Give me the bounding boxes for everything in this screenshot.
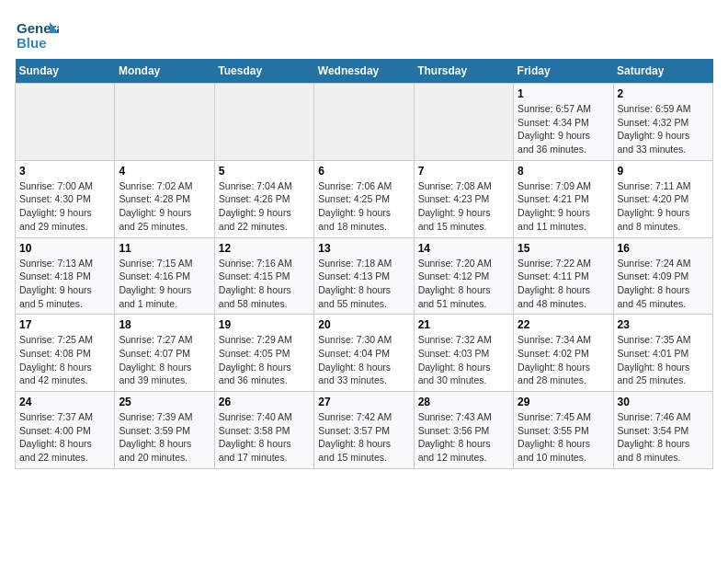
calendar-cell: 29Sunrise: 7:45 AM Sunset: 3:55 PM Dayli… [514, 392, 613, 469]
day-info: Sunrise: 7:35 AM Sunset: 4:01 PM Dayligh… [618, 333, 709, 387]
calendar-cell: 25Sunrise: 7:39 AM Sunset: 3:59 PM Dayli… [115, 392, 214, 469]
calendar-cell [214, 84, 313, 161]
day-info: Sunrise: 7:02 AM Sunset: 4:28 PM Dayligh… [119, 179, 210, 234]
day-number: 8 [518, 165, 609, 178]
day-info: Sunrise: 7:08 AM Sunset: 4:23 PM Dayligh… [418, 179, 509, 234]
day-number: 2 [618, 87, 709, 100]
day-number: 24 [19, 396, 110, 408]
calendar-cell: 24Sunrise: 7:37 AM Sunset: 4:00 PM Dayli… [16, 392, 115, 469]
day-info: Sunrise: 7:04 AM Sunset: 4:26 PM Dayligh… [219, 179, 310, 234]
day-info: Sunrise: 7:37 AM Sunset: 4:00 PM Dayligh… [19, 410, 110, 465]
calendar-cell: 20Sunrise: 7:30 AM Sunset: 4:04 PM Dayli… [314, 315, 414, 392]
calendar-week-row: 17Sunrise: 7:25 AM Sunset: 4:08 PM Dayli… [16, 315, 713, 392]
day-info: Sunrise: 7:06 AM Sunset: 4:25 PM Dayligh… [318, 179, 409, 234]
day-info: Sunrise: 7:39 AM Sunset: 3:59 PM Dayligh… [119, 410, 210, 465]
day-info: Sunrise: 7:30 AM Sunset: 4:04 PM Dayligh… [318, 333, 409, 387]
day-number: 7 [418, 165, 509, 178]
calendar-cell: 5Sunrise: 7:04 AM Sunset: 4:26 PM Daylig… [214, 160, 313, 237]
calendar-cell: 17Sunrise: 7:25 AM Sunset: 4:08 PM Dayli… [16, 315, 115, 392]
day-number: 9 [618, 165, 709, 178]
day-number: 1 [518, 87, 609, 100]
calendar-cell: 7Sunrise: 7:08 AM Sunset: 4:23 PM Daylig… [414, 160, 513, 237]
calendar-cell: 15Sunrise: 7:22 AM Sunset: 4:11 PM Dayli… [514, 237, 613, 315]
day-number: 22 [518, 318, 609, 331]
day-number: 19 [219, 318, 310, 331]
day-of-week-header: Tuesday [214, 59, 313, 84]
day-of-week-header: Saturday [613, 59, 712, 84]
day-number: 29 [518, 396, 609, 408]
day-number: 30 [618, 396, 709, 408]
calendar-cell: 10Sunrise: 7:13 AM Sunset: 4:18 PM Dayli… [16, 237, 115, 315]
day-info: Sunrise: 7:46 AM Sunset: 3:54 PM Dayligh… [618, 410, 709, 465]
calendar-cell: 11Sunrise: 7:15 AM Sunset: 4:16 PM Dayli… [115, 237, 214, 315]
page-header: General Blue [15, 15, 713, 52]
calendar-week-row: 3Sunrise: 7:00 AM Sunset: 4:30 PM Daylig… [16, 160, 713, 237]
logo: General Blue [15, 15, 63, 52]
calendar-table: SundayMondayTuesdayWednesdayThursdayFrid… [15, 59, 713, 469]
calendar-cell: 22Sunrise: 7:34 AM Sunset: 4:02 PM Dayli… [514, 315, 613, 392]
day-number: 14 [418, 242, 509, 255]
calendar-cell [314, 84, 414, 161]
day-number: 3 [19, 165, 110, 178]
calendar-cell: 16Sunrise: 7:24 AM Sunset: 4:09 PM Dayli… [613, 237, 712, 315]
day-info: Sunrise: 7:43 AM Sunset: 3:56 PM Dayligh… [418, 410, 509, 465]
day-of-week-header: Monday [115, 59, 214, 84]
day-number: 26 [219, 396, 310, 408]
day-of-week-header: Wednesday [314, 59, 414, 84]
day-number: 5 [219, 165, 310, 178]
calendar-week-row: 10Sunrise: 7:13 AM Sunset: 4:18 PM Dayli… [16, 237, 713, 315]
calendar-body: 1Sunrise: 6:57 AM Sunset: 4:34 PM Daylig… [16, 84, 713, 469]
calendar-cell: 2Sunrise: 6:59 AM Sunset: 4:32 PM Daylig… [613, 84, 712, 161]
calendar-cell: 30Sunrise: 7:46 AM Sunset: 3:54 PM Dayli… [613, 392, 712, 469]
calendar-cell: 21Sunrise: 7:32 AM Sunset: 4:03 PM Dayli… [414, 315, 513, 392]
calendar-cell: 13Sunrise: 7:18 AM Sunset: 4:13 PM Dayli… [314, 237, 414, 315]
day-number: 11 [119, 242, 210, 255]
calendar-cell: 28Sunrise: 7:43 AM Sunset: 3:56 PM Dayli… [414, 392, 513, 469]
day-number: 20 [318, 318, 409, 331]
day-of-week-header: Thursday [414, 59, 513, 84]
calendar-cell: 19Sunrise: 7:29 AM Sunset: 4:05 PM Dayli… [214, 315, 313, 392]
day-number: 28 [418, 396, 509, 408]
day-info: Sunrise: 7:42 AM Sunset: 3:57 PM Dayligh… [318, 410, 409, 465]
calendar-cell: 3Sunrise: 7:00 AM Sunset: 4:30 PM Daylig… [16, 160, 115, 237]
day-number: 27 [318, 396, 409, 408]
calendar-cell: 9Sunrise: 7:11 AM Sunset: 4:20 PM Daylig… [613, 160, 712, 237]
day-number: 25 [119, 396, 210, 408]
day-number: 21 [418, 318, 509, 331]
calendar-cell [414, 84, 513, 161]
calendar-cell: 1Sunrise: 6:57 AM Sunset: 4:34 PM Daylig… [514, 84, 613, 161]
day-info: Sunrise: 7:18 AM Sunset: 4:13 PM Dayligh… [318, 257, 409, 311]
day-info: Sunrise: 6:57 AM Sunset: 4:34 PM Dayligh… [518, 102, 609, 156]
day-info: Sunrise: 7:32 AM Sunset: 4:03 PM Dayligh… [418, 333, 509, 387]
calendar-header-row: SundayMondayTuesdayWednesdayThursdayFrid… [16, 59, 713, 84]
day-info: Sunrise: 7:24 AM Sunset: 4:09 PM Dayligh… [618, 257, 709, 311]
svg-text:Blue: Blue [17, 35, 47, 51]
day-number: 18 [119, 318, 210, 331]
day-number: 10 [19, 242, 110, 255]
day-info: Sunrise: 7:29 AM Sunset: 4:05 PM Dayligh… [219, 333, 310, 387]
calendar-cell [115, 84, 214, 161]
day-number: 12 [219, 242, 310, 255]
day-info: Sunrise: 7:27 AM Sunset: 4:07 PM Dayligh… [119, 333, 210, 387]
day-number: 6 [318, 165, 409, 178]
day-info: Sunrise: 7:25 AM Sunset: 4:08 PM Dayligh… [19, 333, 110, 387]
calendar-cell: 18Sunrise: 7:27 AM Sunset: 4:07 PM Dayli… [115, 315, 214, 392]
day-of-week-header: Sunday [16, 59, 115, 84]
day-number: 23 [618, 318, 709, 331]
calendar-cell: 14Sunrise: 7:20 AM Sunset: 4:12 PM Dayli… [414, 237, 513, 315]
calendar-cell: 27Sunrise: 7:42 AM Sunset: 3:57 PM Dayli… [314, 392, 414, 469]
day-info: Sunrise: 7:40 AM Sunset: 3:58 PM Dayligh… [219, 410, 310, 465]
calendar-cell [16, 84, 115, 161]
day-of-week-header: Friday [514, 59, 613, 84]
day-info: Sunrise: 7:11 AM Sunset: 4:20 PM Dayligh… [618, 179, 709, 234]
logo-icon: General Blue [15, 15, 59, 52]
day-info: Sunrise: 7:45 AM Sunset: 3:55 PM Dayligh… [518, 410, 609, 465]
day-info: Sunrise: 7:20 AM Sunset: 4:12 PM Dayligh… [418, 257, 509, 311]
calendar-week-row: 24Sunrise: 7:37 AM Sunset: 4:00 PM Dayli… [16, 392, 713, 469]
calendar-cell: 12Sunrise: 7:16 AM Sunset: 4:15 PM Dayli… [214, 237, 313, 315]
calendar-cell: 6Sunrise: 7:06 AM Sunset: 4:25 PM Daylig… [314, 160, 414, 237]
day-info: Sunrise: 7:34 AM Sunset: 4:02 PM Dayligh… [518, 333, 609, 387]
day-number: 13 [318, 242, 409, 255]
calendar-cell: 4Sunrise: 7:02 AM Sunset: 4:28 PM Daylig… [115, 160, 214, 237]
day-info: Sunrise: 7:00 AM Sunset: 4:30 PM Dayligh… [19, 179, 110, 234]
